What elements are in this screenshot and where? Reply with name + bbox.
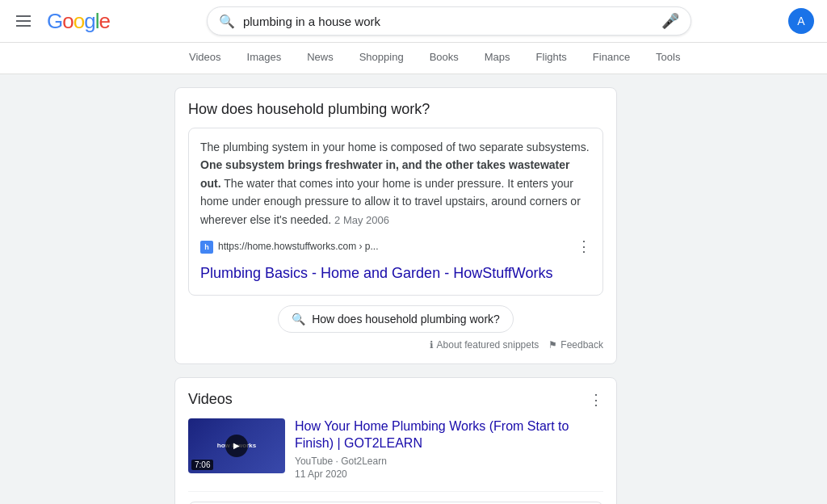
- tab-books[interactable]: Books: [418, 43, 470, 74]
- snippet-more-icon[interactable]: ⋮: [577, 235, 591, 258]
- feedback-text: Feedback: [560, 339, 603, 351]
- snippet-box: The plumbing system in your home is comp…: [188, 128, 603, 296]
- video-info-1: How Your Home Plumbing Works (From Start…: [295, 418, 603, 481]
- video-source-1: YouTube · Got2Learn: [295, 456, 603, 467]
- video-result-1: how it works ▶ 7:06 How Your Home Plumbi…: [188, 418, 603, 492]
- videos-section: Videos ⋮ how it works ▶ 7:06 How Your Ho…: [174, 377, 617, 504]
- about-snippets-text: About featured snippets: [437, 339, 539, 351]
- tab-images[interactable]: Images: [236, 43, 293, 74]
- tab-maps[interactable]: Maps: [473, 43, 522, 74]
- snippet-date: 2 May 2006: [334, 214, 389, 226]
- search-icon: 🔍: [219, 14, 235, 29]
- video-date-1: 11 Apr 2020: [295, 468, 603, 480]
- nav-tabs: Videos Images News Shopping Books Maps F…: [0, 43, 827, 74]
- video-title-1[interactable]: How Your Home Plumbing Works (From Start…: [295, 418, 603, 452]
- feedback-link[interactable]: ⚑ Feedback: [548, 339, 603, 351]
- tab-shopping[interactable]: Shopping: [348, 43, 415, 74]
- video-duration-1: 7:06: [191, 460, 213, 470]
- tab-tools[interactable]: Tools: [644, 43, 691, 74]
- snippet-question: How does household plumbing work?: [188, 101, 603, 118]
- snippet-search-button[interactable]: 🔍 How does household plumbing work?: [278, 305, 514, 333]
- in-this-video: In this video ∧: [188, 502, 603, 504]
- snippet-text-part2: The water that comes into your home is u…: [200, 177, 581, 226]
- snippet-title-link[interactable]: Plumbing Basics - Home and Garden - HowS…: [200, 265, 553, 281]
- info-icon: ℹ: [430, 339, 434, 351]
- snippet-url: https://home.howstuffworks.com › p...: [218, 239, 572, 254]
- play-button-1[interactable]: ▶: [225, 435, 248, 457]
- search-icon-small: 🔍: [292, 313, 305, 326]
- videos-more-icon[interactable]: ⋮: [589, 391, 603, 409]
- header-left: Google: [13, 9, 110, 34]
- search-bar-container: 🔍 🎤: [207, 6, 691, 36]
- snippet-source: h https://home.howstuffworks.com › p... …: [200, 235, 591, 258]
- source-favicon: h: [200, 241, 213, 254]
- tab-videos[interactable]: Videos: [178, 43, 233, 74]
- section-header: Videos ⋮: [188, 391, 603, 409]
- results-column: How does household plumbing work? The pl…: [162, 87, 630, 504]
- google-logo: Google: [47, 9, 110, 34]
- main-content: How does household plumbing work? The pl…: [0, 74, 827, 504]
- header-right: A: [788, 8, 814, 34]
- videos-section-title: Videos: [188, 391, 233, 408]
- avatar[interactable]: A: [788, 8, 814, 34]
- header: Google 🔍 🎤 A: [0, 0, 827, 43]
- snippet-text-part1: The plumbing system in your home is comp…: [200, 141, 590, 153]
- video-thumbnail-1[interactable]: how it works ▶ 7:06: [188, 418, 285, 473]
- snippet-footer: ℹ About featured snippets ⚑ Feedback: [188, 339, 603, 351]
- about-snippets-link[interactable]: ℹ About featured snippets: [430, 339, 539, 351]
- featured-snippet: How does household plumbing work? The pl…: [174, 87, 617, 364]
- snippet-search-label: How does household plumbing work?: [312, 313, 500, 326]
- search-input[interactable]: [243, 15, 655, 28]
- snippet-search-btn-container: 🔍 How does household plumbing work?: [188, 305, 603, 333]
- tab-finance[interactable]: Finance: [581, 43, 641, 74]
- search-bar: 🔍 🎤: [207, 6, 691, 36]
- hamburger-menu-icon[interactable]: [13, 12, 34, 30]
- tab-flights[interactable]: Flights: [525, 43, 578, 74]
- tab-news[interactable]: News: [296, 43, 345, 74]
- feedback-icon: ⚑: [548, 339, 557, 351]
- mic-icon[interactable]: 🎤: [661, 12, 679, 30]
